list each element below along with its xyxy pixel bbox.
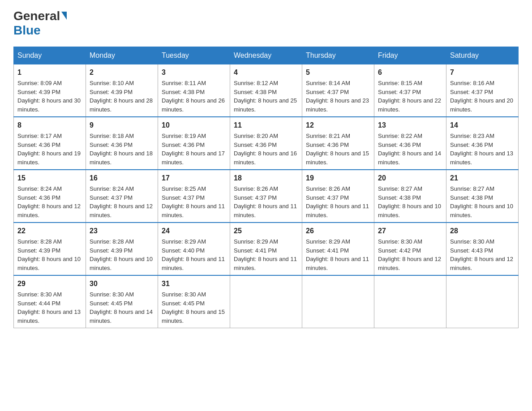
- day-number: 2: [90, 67, 154, 78]
- sunset: Sunset: 4:37 PM: [162, 194, 205, 201]
- daylight: Daylight: 8 hours and 22 minutes.: [378, 97, 441, 113]
- daylight: Daylight: 8 hours and 25 minutes.: [234, 97, 297, 113]
- calendar-cell: 11Sunrise: 8:20 AMSunset: 4:36 PMDayligh…: [230, 117, 302, 170]
- sunset: Sunset: 4:39 PM: [17, 247, 60, 254]
- calendar-week-row: 1Sunrise: 8:09 AMSunset: 4:39 PMDaylight…: [14, 64, 519, 117]
- daylight: Daylight: 8 hours and 12 minutes.: [378, 256, 441, 271]
- sunset: Sunset: 4:36 PM: [306, 141, 349, 148]
- calendar-week-row: 22Sunrise: 8:28 AMSunset: 4:39 PMDayligh…: [14, 223, 519, 275]
- sunset: Sunset: 4:38 PM: [234, 89, 277, 95]
- day-number: 10: [162, 120, 226, 131]
- daylight: Daylight: 8 hours and 30 minutes.: [17, 97, 81, 113]
- calendar-cell: 24Sunrise: 8:29 AMSunset: 4:40 PMDayligh…: [158, 223, 230, 275]
- calendar-cell: 2Sunrise: 8:10 AMSunset: 4:39 PMDaylight…: [86, 64, 158, 117]
- sunset: Sunset: 4:36 PM: [90, 141, 133, 148]
- calendar-cell: 30Sunrise: 8:30 AMSunset: 4:45 PMDayligh…: [86, 275, 158, 328]
- sunrise: Sunrise: 8:22 AM: [378, 133, 422, 139]
- calendar-cell: [374, 275, 446, 328]
- calendar-cell: 18Sunrise: 8:26 AMSunset: 4:37 PMDayligh…: [230, 170, 302, 223]
- daylight: Daylight: 8 hours and 13 minutes.: [17, 308, 81, 324]
- calendar-cell: 23Sunrise: 8:28 AMSunset: 4:39 PMDayligh…: [86, 223, 158, 275]
- sunset: Sunset: 4:36 PM: [378, 141, 421, 148]
- day-number: 14: [450, 120, 515, 131]
- daylight: Daylight: 8 hours and 12 minutes.: [90, 203, 153, 218]
- page-header: General Blue: [13, 9, 519, 38]
- daylight: Daylight: 8 hours and 11 minutes.: [162, 256, 225, 271]
- daylight: Daylight: 8 hours and 10 minutes.: [17, 256, 81, 271]
- day-number: 6: [378, 67, 442, 78]
- logo-triangle-icon: [61, 12, 67, 20]
- calendar-cell: 14Sunrise: 8:23 AMSunset: 4:36 PMDayligh…: [446, 117, 519, 170]
- sunrise: Sunrise: 8:21 AM: [306, 133, 350, 139]
- day-number: 5: [306, 67, 370, 78]
- logo-general-text: General: [13, 9, 60, 23]
- sunrise: Sunrise: 8:25 AM: [162, 185, 206, 192]
- col-header-tuesday: Tuesday: [158, 47, 230, 64]
- calendar-cell: 22Sunrise: 8:28 AMSunset: 4:39 PMDayligh…: [14, 223, 86, 275]
- day-number: 1: [17, 67, 82, 78]
- sunset: Sunset: 4:36 PM: [162, 141, 205, 148]
- calendar-header-row: SundayMondayTuesdayWednesdayThursdayFrid…: [14, 47, 519, 64]
- sunset: Sunset: 4:39 PM: [17, 89, 60, 95]
- day-number: 28: [450, 226, 515, 236]
- daylight: Daylight: 8 hours and 10 minutes.: [450, 203, 513, 218]
- day-number: 29: [17, 278, 82, 289]
- sunset: Sunset: 4:38 PM: [378, 194, 421, 201]
- sunrise: Sunrise: 8:30 AM: [90, 291, 134, 298]
- day-number: 18: [234, 173, 298, 184]
- calendar-cell: 3Sunrise: 8:11 AMSunset: 4:38 PMDaylight…: [158, 64, 230, 117]
- daylight: Daylight: 8 hours and 11 minutes.: [306, 256, 369, 271]
- day-number: 8: [17, 120, 82, 131]
- daylight: Daylight: 8 hours and 16 minutes.: [234, 150, 297, 166]
- sunrise: Sunrise: 8:23 AM: [450, 133, 494, 139]
- daylight: Daylight: 8 hours and 26 minutes.: [162, 97, 225, 113]
- logo-blue-text: Blue: [13, 23, 41, 37]
- calendar-cell: 31Sunrise: 8:30 AMSunset: 4:45 PMDayligh…: [158, 275, 230, 328]
- calendar-cell: 10Sunrise: 8:19 AMSunset: 4:36 PMDayligh…: [158, 117, 230, 170]
- calendar-week-row: 29Sunrise: 8:30 AMSunset: 4:44 PMDayligh…: [14, 275, 519, 328]
- day-number: 21: [450, 173, 515, 184]
- calendar-cell: [230, 275, 302, 328]
- sunset: Sunset: 4:37 PM: [306, 194, 349, 201]
- sunrise: Sunrise: 8:17 AM: [17, 133, 62, 139]
- sunset: Sunset: 4:36 PM: [450, 141, 493, 148]
- sunset: Sunset: 4:37 PM: [90, 194, 133, 201]
- calendar-cell: 27Sunrise: 8:30 AMSunset: 4:42 PMDayligh…: [374, 223, 446, 275]
- daylight: Daylight: 8 hours and 13 minutes.: [450, 150, 513, 166]
- daylight: Daylight: 8 hours and 23 minutes.: [306, 97, 369, 113]
- day-number: 13: [378, 120, 442, 131]
- sunset: Sunset: 4:37 PM: [378, 89, 421, 95]
- daylight: Daylight: 8 hours and 19 minutes.: [17, 150, 81, 166]
- calendar-week-row: 8Sunrise: 8:17 AMSunset: 4:36 PMDaylight…: [14, 117, 519, 170]
- sunset: Sunset: 4:42 PM: [378, 247, 421, 254]
- sunset: Sunset: 4:36 PM: [17, 141, 60, 148]
- calendar-cell: 5Sunrise: 8:14 AMSunset: 4:37 PMDaylight…: [302, 64, 374, 117]
- sunset: Sunset: 4:37 PM: [450, 89, 493, 95]
- logo-blue-row: Blue: [13, 23, 67, 38]
- calendar-cell: 4Sunrise: 8:12 AMSunset: 4:38 PMDaylight…: [230, 64, 302, 117]
- sunset: Sunset: 4:36 PM: [234, 141, 277, 148]
- logo-row: General: [13, 9, 67, 23]
- sunrise: Sunrise: 8:24 AM: [17, 185, 62, 192]
- col-header-thursday: Thursday: [302, 47, 374, 64]
- sunset: Sunset: 4:41 PM: [306, 247, 349, 254]
- day-number: 3: [162, 67, 226, 78]
- day-number: 15: [17, 173, 82, 184]
- sunrise: Sunrise: 8:30 AM: [17, 291, 62, 298]
- sunset: Sunset: 4:41 PM: [234, 247, 277, 254]
- day-number: 24: [162, 226, 226, 236]
- daylight: Daylight: 8 hours and 14 minutes.: [90, 308, 153, 324]
- calendar-cell: 21Sunrise: 8:27 AMSunset: 4:38 PMDayligh…: [446, 170, 519, 223]
- daylight: Daylight: 8 hours and 10 minutes.: [378, 203, 441, 218]
- sunrise: Sunrise: 8:10 AM: [90, 80, 134, 86]
- sunset: Sunset: 4:45 PM: [90, 300, 133, 307]
- sunrise: Sunrise: 8:24 AM: [90, 185, 134, 192]
- day-number: 25: [234, 226, 298, 236]
- sunset: Sunset: 4:37 PM: [306, 89, 349, 95]
- calendar-cell: 16Sunrise: 8:24 AMSunset: 4:37 PMDayligh…: [86, 170, 158, 223]
- calendar-cell: 17Sunrise: 8:25 AMSunset: 4:37 PMDayligh…: [158, 170, 230, 223]
- sunset: Sunset: 4:39 PM: [90, 247, 133, 254]
- calendar-cell: 20Sunrise: 8:27 AMSunset: 4:38 PMDayligh…: [374, 170, 446, 223]
- calendar-cell: 1Sunrise: 8:09 AMSunset: 4:39 PMDaylight…: [14, 64, 86, 117]
- calendar-cell: 29Sunrise: 8:30 AMSunset: 4:44 PMDayligh…: [14, 275, 86, 328]
